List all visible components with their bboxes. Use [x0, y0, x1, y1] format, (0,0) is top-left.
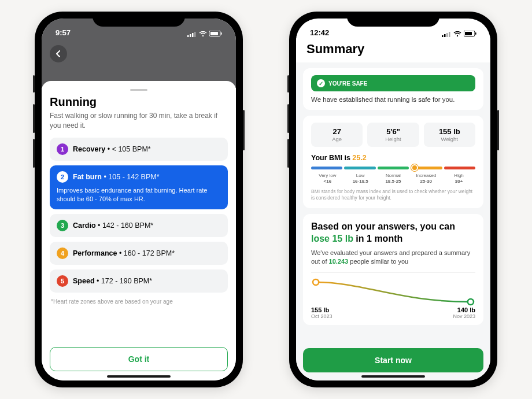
svg-rect-7 — [221, 32, 222, 35]
svg-rect-0 — [187, 35, 189, 37]
status-bar: 9:57 — [42, 19, 236, 38]
bmi-footnote: BMI stands for body mass index and is us… — [311, 189, 475, 201]
check-icon: ✓ — [317, 79, 325, 87]
zone-fat-burn[interactable]: 2 Fat burn • 105 - 142 BPM* Improves bas… — [50, 165, 228, 210]
svg-rect-9 — [444, 34, 446, 37]
signal-icon — [442, 31, 451, 37]
bmi-value: 25.2 — [352, 154, 366, 162]
svg-point-16 — [313, 279, 319, 285]
status-bar: 12:42 — [296, 19, 490, 38]
status-time: 9:57 — [56, 28, 71, 37]
zone-range: 172 - 190 BPM* — [101, 277, 152, 285]
safe-banner: ✓ YOU'RE SAFE — [311, 75, 475, 91]
bmi-segment-low — [344, 167, 375, 169]
stat-age: 27Age — [311, 123, 363, 147]
stat-height: 5'6"Height — [367, 123, 419, 147]
battery-icon — [464, 31, 476, 37]
status-time: 12:42 — [310, 28, 329, 37]
zone-description: Improves basic endurance and fat burning… — [57, 186, 221, 204]
zone-number-badge: 2 — [57, 171, 68, 183]
zone-range: 105 - 142 BPM* — [108, 173, 159, 181]
page-title: Summary — [306, 42, 480, 57]
svg-rect-6 — [210, 32, 218, 35]
stat-label: Age — [313, 136, 360, 142]
sheet-subtitle: Fast walking or slow running for 30 min,… — [50, 111, 228, 131]
safe-badge-text: YOU'RE SAFE — [328, 80, 367, 87]
page-header: Summary — [296, 38, 490, 62]
stat-value: 155 lb — [426, 127, 473, 136]
svg-rect-2 — [192, 33, 194, 37]
bmi-segment-high — [444, 167, 475, 169]
bmi-scale — [311, 167, 475, 169]
answers-sub: We've evaluated your answers and prepare… — [311, 249, 475, 267]
got-it-button[interactable]: Got it — [50, 347, 228, 371]
zone-number-badge: 4 — [57, 247, 68, 259]
svg-point-12 — [457, 35, 458, 36]
phone-running: 9:57 Running Fast walking or slow runnin… — [35, 12, 243, 387]
zone-name: Cardio — [73, 221, 96, 230]
zone-name: Performance — [73, 249, 117, 257]
svg-rect-1 — [190, 34, 191, 37]
signal-icon — [187, 31, 197, 37]
home-indicator[interactable] — [361, 375, 425, 378]
zone-recovery[interactable]: 1 Recovery • < 105 BPM* — [50, 138, 228, 161]
bmi-segment-very-low — [311, 167, 342, 169]
answers-card: Based on your answers, you can lose 15 l… — [303, 214, 483, 324]
drag-handle[interactable] — [130, 89, 147, 91]
chart-end-label: 140 lb Nov 2023 — [453, 306, 475, 319]
back-button[interactable] — [50, 45, 67, 62]
sheet-title: Running — [50, 95, 228, 109]
stat-value: 5'6" — [370, 127, 416, 136]
bmi-card: 27Age5'6"Height155 lbWeight Your BMI is … — [303, 116, 483, 208]
phone-summary: 12:42 Summary ✓ YOU'RE SAFE We have esta… — [289, 12, 497, 387]
lose-amount: lose 15 lb — [311, 234, 353, 243]
bmi-marker — [411, 164, 418, 171]
safe-description: We have established that running is safe… — [311, 96, 475, 103]
answers-headline: Based on your answers, you can lose 15 l… — [311, 221, 475, 245]
battery-icon — [209, 31, 222, 37]
wifi-icon — [199, 31, 207, 37]
zone-number-badge: 5 — [57, 275, 68, 287]
zone-cardio[interactable]: 3 Cardio • 142 - 160 BPM* — [50, 214, 228, 237]
chart-start-label: 155 lb Oct 2023 — [311, 306, 332, 319]
home-indicator[interactable] — [107, 375, 171, 378]
svg-rect-14 — [465, 32, 472, 35]
zones-footnote: *Heart rate zones above are based on you… — [51, 298, 227, 305]
svg-point-17 — [468, 299, 474, 305]
zone-number-badge: 1 — [57, 143, 68, 155]
safe-card: ✓ YOU'RE SAFE We have established that r… — [303, 68, 483, 110]
svg-rect-15 — [475, 32, 476, 35]
start-now-button[interactable]: Start now — [303, 348, 483, 372]
stat-value: 27 — [313, 127, 360, 136]
svg-point-4 — [202, 35, 204, 36]
zone-range: 160 - 172 BPM* — [124, 249, 175, 257]
svg-rect-10 — [446, 33, 448, 37]
svg-rect-11 — [449, 32, 450, 37]
stat-label: Height — [370, 136, 416, 142]
wifi-icon — [453, 31, 461, 37]
bmi-prefix: Your BMI is — [311, 154, 352, 162]
zone-speed[interactable]: 5 Speed • 172 - 190 BPM* — [50, 269, 228, 293]
zone-name: Recovery — [73, 145, 105, 153]
zone-name: Fat burn — [73, 173, 102, 181]
bmi-segment-normal — [378, 167, 409, 169]
zone-range: 142 - 160 BPM* — [102, 221, 153, 230]
stat-weight: 155 lbWeight — [424, 123, 475, 147]
svg-rect-8 — [442, 35, 444, 37]
zone-name: Speed — [73, 277, 95, 285]
zone-number-badge: 3 — [57, 220, 68, 231]
stat-label: Weight — [426, 136, 473, 142]
chevron-left-icon — [55, 50, 62, 57]
bmi-scale-labels: Very low<16Low16-18.5Normal18.5-25Increa… — [311, 173, 475, 184]
svg-rect-3 — [194, 32, 196, 37]
weight-chart: 155 lb Oct 2023 140 lb Nov 2023 — [311, 278, 475, 318]
bmi-line: Your BMI is 25.2 — [311, 154, 475, 162]
bottom-sheet: Running Fast walking or slow running for… — [42, 81, 236, 380]
people-count: 10.243 — [329, 258, 349, 265]
zone-performance[interactable]: 4 Performance • 160 - 172 BPM* — [50, 242, 228, 265]
zone-range: < 105 BPM* — [112, 145, 151, 153]
